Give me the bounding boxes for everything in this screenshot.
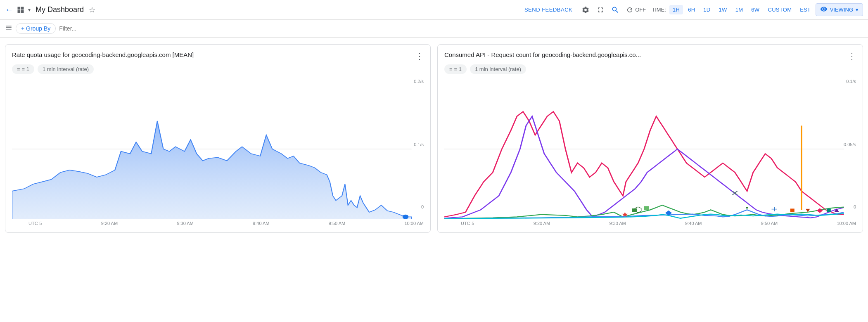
card-header-2: Consumed API - Request count for geocodi…: [444, 51, 856, 61]
main-content: Rate quota usage for geocoding-backend.g…: [0, 38, 868, 239]
group-by-label: + Group By: [21, 25, 50, 32]
fullscreen-button[interactable]: [594, 3, 607, 17]
x-label: 9:50 AM: [761, 221, 778, 226]
y-mid-1: 0.1/s: [414, 142, 424, 147]
chip-label-1: ≡ 1: [22, 66, 29, 72]
chip-interval-2[interactable]: 1 min interval (rate): [470, 64, 526, 74]
more-options-1[interactable]: ⋮: [415, 51, 424, 61]
card-title-2: Consumed API - Request count for geocodi…: [444, 51, 641, 58]
chip-filter-icon-1: ≡: [17, 66, 20, 72]
back-button[interactable]: ←: [5, 5, 13, 14]
svg-text:▾: ▾: [806, 206, 810, 213]
time-1d-button[interactable]: 1D: [700, 5, 714, 14]
search-button[interactable]: [609, 3, 622, 17]
settings-button[interactable]: [579, 3, 592, 17]
svg-text:◆: ◆: [817, 207, 823, 213]
x-label: 10:00 AM: [404, 221, 423, 226]
header-left: ← ▾ My Dashboard ☆: [5, 5, 518, 14]
chart-card-2: Consumed API - Request count for geocodi…: [437, 44, 863, 233]
time-1h-button[interactable]: 1H: [669, 5, 683, 14]
toolbar: + Group By: [0, 20, 868, 38]
dashboard-icon[interactable]: [17, 6, 25, 14]
svg-text:▪: ▪: [745, 204, 748, 211]
svg-point-4: [403, 215, 409, 219]
auto-refresh-label: OFF: [635, 7, 646, 13]
chip-label-2: ≡ 1: [454, 66, 462, 72]
x-label: UTC-5: [461, 221, 474, 226]
eye-icon: [820, 5, 828, 14]
auto-refresh-toggle[interactable]: OFF: [624, 5, 648, 15]
chip-interval-label-2: 1 min interval (rate): [475, 66, 521, 72]
x-label: 9:40 AM: [253, 221, 269, 226]
header-right: OFF TIME: 1H 6H 1D 1W 1M 6W CUSTOM EST V…: [579, 3, 863, 17]
chart-area-1: 0.2/s 0.1/s 0: [12, 79, 424, 219]
chart-area-2: 0.1/s 0.05/s 0: [444, 79, 856, 219]
svg-text:■: ■: [826, 206, 831, 213]
y-min-2: 0: [854, 204, 856, 209]
x-axis-1: UTC-5 9:20 AM 9:30 AM 9:40 AM 9:50 AM 10…: [12, 219, 424, 226]
y-max-2: 0.1/s: [846, 79, 856, 84]
chip-filter-icon-2: ≡: [449, 66, 453, 72]
chip-interval-1[interactable]: 1 min interval (rate): [38, 64, 94, 74]
x-label: 9:40 AM: [685, 221, 702, 226]
x-label: 9:30 AM: [177, 221, 193, 226]
dashboard-dropdown[interactable]: ▾: [28, 7, 31, 13]
svg-marker-3: [12, 121, 412, 219]
svg-rect-21: [644, 206, 649, 210]
card-chips-2: ≡ ≡ 1 1 min interval (rate): [444, 64, 856, 74]
chart-card-1: Rate quota usage for geocoding-backend.g…: [5, 44, 431, 233]
hamburger-icon[interactable]: [5, 24, 12, 33]
chart-svg-1: [12, 79, 424, 219]
time-6w-button[interactable]: 6W: [748, 5, 763, 14]
svg-rect-20: [632, 208, 637, 212]
timezone-button[interactable]: EST: [797, 5, 813, 14]
x-axis-2: UTC-5 9:20 AM 9:30 AM 9:40 AM 9:50 AM 10…: [444, 219, 856, 226]
card-header-1: Rate quota usage for geocoding-backend.g…: [12, 51, 424, 61]
x-label: 9:20 AM: [534, 221, 550, 226]
more-options-2[interactable]: ⋮: [848, 51, 856, 61]
x-label: UTC-5: [28, 221, 42, 226]
x-label: 9:20 AM: [101, 221, 118, 226]
filter-input[interactable]: [59, 25, 863, 32]
chip-filter-2[interactable]: ≡ ≡ 1: [444, 64, 467, 74]
x-label: 10:00 AM: [837, 221, 856, 226]
header-center: SEND FEEDBACK: [521, 4, 576, 15]
favorite-icon[interactable]: ☆: [89, 5, 95, 14]
svg-text:▲: ▲: [832, 206, 841, 213]
send-feedback-button[interactable]: SEND FEEDBACK: [521, 4, 576, 15]
x-label: 9:50 AM: [329, 221, 345, 226]
time-1w-button[interactable]: 1W: [716, 5, 730, 14]
svg-text:■: ■: [790, 206, 795, 213]
time-1m-button[interactable]: 1M: [732, 5, 747, 14]
header: ← ▾ My Dashboard ☆ SEND FEEDBACK: [0, 0, 868, 20]
card-chips-1: ≡ ≡ 1 1 min interval (rate): [12, 64, 424, 74]
dashboard-title: My Dashboard: [36, 5, 84, 14]
svg-text:◆: ◆: [665, 208, 672, 216]
card-title-1: Rate quota usage for geocoding-backend.g…: [12, 51, 194, 58]
group-by-button[interactable]: + Group By: [16, 23, 56, 34]
svg-text:✕: ✕: [731, 189, 739, 197]
time-custom-button[interactable]: CUSTOM: [764, 5, 795, 14]
viewing-label: VIEWING: [830, 7, 853, 13]
chart-svg-2: ★ ⬡ ◆ ✕ ▪ + ■ ▾ ◆ ■ ▲: [444, 79, 856, 219]
y-min-1: 0: [421, 204, 424, 209]
svg-text:★: ★: [621, 211, 628, 218]
chip-interval-label-1: 1 min interval (rate): [43, 66, 89, 72]
svg-text:+: +: [771, 205, 777, 214]
x-label: 9:30 AM: [609, 221, 626, 226]
y-max-1: 0.2/s: [414, 79, 424, 84]
time-6h-button[interactable]: 6H: [685, 5, 698, 14]
chip-filter-1[interactable]: ≡ ≡ 1: [12, 64, 34, 74]
y-mid-2: 0.05/s: [844, 142, 856, 147]
viewing-button[interactable]: VIEWING ▾: [816, 3, 863, 16]
viewing-dropdown-icon: ▾: [856, 7, 859, 13]
time-label: TIME:: [650, 7, 668, 13]
